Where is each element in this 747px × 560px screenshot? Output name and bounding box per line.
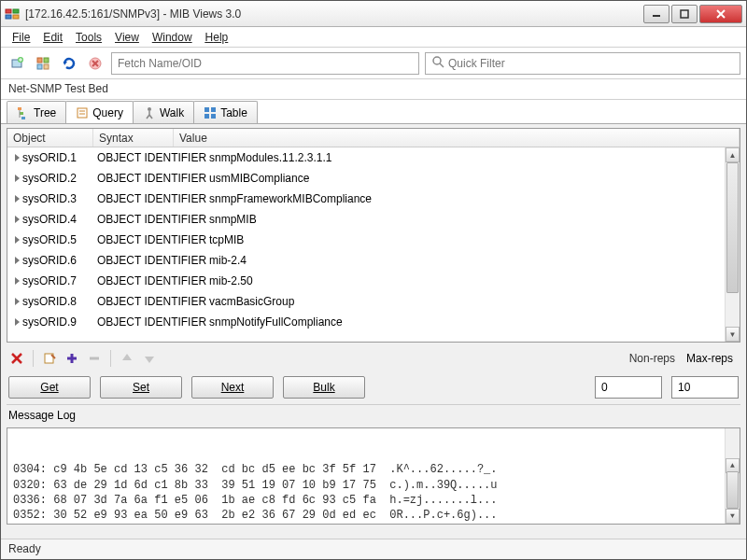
- separator: [33, 350, 34, 367]
- table-header: Object Syntax Value: [7, 129, 740, 147]
- content-area: Object Syntax Value sysORID.1OBJECT IDEN…: [1, 124, 746, 539]
- svg-line-21: [440, 63, 444, 67]
- svg-rect-33: [204, 107, 209, 112]
- tree-icon: [17, 106, 30, 119]
- col-syntax[interactable]: Syntax: [93, 129, 174, 147]
- table-icon: [204, 106, 217, 119]
- menu-file[interactable]: File: [7, 29, 35, 46]
- tab-table[interactable]: Table: [193, 101, 258, 123]
- action-row: Non-reps Max-reps: [7, 346, 740, 371]
- col-object[interactable]: Object: [7, 129, 93, 147]
- delete-row-icon[interactable]: [8, 350, 25, 367]
- scroll-down-icon[interactable]: ▼: [726, 509, 740, 524]
- expand-icon[interactable]: [15, 257, 20, 264]
- svg-rect-2: [6, 15, 11, 19]
- filter-input[interactable]: [448, 57, 734, 70]
- get-button[interactable]: Get: [8, 376, 91, 399]
- next-button[interactable]: Next: [191, 376, 274, 399]
- maxreps-label: Max-reps: [686, 352, 739, 365]
- table-row[interactable]: sysORID.5OBJECT IDENTIFIERtcpMIB: [7, 230, 740, 250]
- title-bar: [172.16.42.5:161/SNMPv3] - MIB Views 3.0: [1, 1, 746, 27]
- add-agent-icon[interactable]: [7, 53, 27, 74]
- menu-edit[interactable]: Edit: [37, 29, 68, 46]
- svg-rect-1: [13, 9, 19, 13]
- window-title: [172.16.42.5:161/SNMPv3] - MIB Views 3.0: [25, 7, 641, 21]
- fetch-input[interactable]: [118, 57, 413, 70]
- maximize-button[interactable]: [671, 5, 698, 23]
- table-row[interactable]: sysORID.4OBJECT IDENTIFIERsnmpMIB: [7, 209, 740, 230]
- remove-row-icon[interactable]: [86, 350, 103, 367]
- menu-window[interactable]: Window: [147, 29, 198, 46]
- filter-input-wrap: [425, 52, 740, 75]
- svg-rect-26: [78, 108, 87, 118]
- tab-tree[interactable]: Tree: [7, 101, 66, 123]
- expand-icon[interactable]: [15, 175, 20, 182]
- expand-icon[interactable]: [15, 277, 20, 285]
- svg-rect-35: [204, 114, 209, 119]
- expand-icon[interactable]: [15, 318, 20, 326]
- walk-icon: [143, 106, 156, 119]
- table-row[interactable]: sysORID.7OBJECT IDENTIFIERmib-2.50: [7, 271, 740, 291]
- svg-rect-14: [37, 64, 42, 69]
- menu-view[interactable]: View: [109, 29, 145, 46]
- message-log[interactable]: 0304: c9 4b 5e cd 13 c5 36 32 cd bc d5 e…: [7, 427, 740, 525]
- tab-walk[interactable]: Walk: [133, 101, 194, 123]
- stop-icon[interactable]: [85, 53, 106, 74]
- svg-rect-23: [20, 112, 23, 115]
- move-up-icon[interactable]: [119, 350, 135, 367]
- table-row[interactable]: sysORID.3OBJECT IDENTIFIERsnmpFrameworkM…: [7, 189, 740, 209]
- svg-line-32: [149, 115, 152, 119]
- table-row[interactable]: sysORID.2OBJECT IDENTIFIERusmMIBComplian…: [7, 168, 740, 189]
- table-scrollbar[interactable]: ▲ ▼: [725, 147, 740, 342]
- scroll-thumb[interactable]: [726, 471, 739, 509]
- log-scrollbar[interactable]: ▲ ▼: [725, 428, 740, 524]
- svg-rect-5: [681, 10, 688, 18]
- table-row[interactable]: sysORID.8OBJECT IDENTIFIERvacmBasicGroup: [7, 291, 740, 312]
- bulk-button[interactable]: Bulk: [283, 376, 365, 399]
- nonreps-input[interactable]: [595, 376, 662, 399]
- svg-rect-15: [44, 64, 49, 69]
- col-value[interactable]: Value: [174, 129, 740, 147]
- scroll-up-icon[interactable]: ▲: [726, 147, 740, 162]
- svg-point-29: [148, 107, 151, 111]
- mib-browser-icon[interactable]: [33, 53, 53, 74]
- svg-marker-44: [122, 354, 132, 360]
- button-row: Get Set Next Bulk: [7, 374, 740, 400]
- scroll-thumb[interactable]: [726, 162, 739, 293]
- nonreps-label: Non-reps: [629, 352, 681, 365]
- edit-row-icon[interactable]: [41, 350, 58, 367]
- menu-help[interactable]: Help: [200, 29, 234, 46]
- expand-icon[interactable]: [15, 154, 20, 161]
- scroll-down-icon[interactable]: ▼: [726, 327, 740, 342]
- result-table: Object Syntax Value sysORID.1OBJECT IDEN…: [7, 128, 740, 343]
- expand-icon[interactable]: [15, 195, 20, 203]
- expand-icon[interactable]: [15, 298, 20, 305]
- set-button[interactable]: Set: [100, 376, 182, 399]
- minimize-button[interactable]: [643, 5, 669, 23]
- menu-bar: File Edit Tools View Window Help: [1, 27, 746, 48]
- status-bar: Ready: [1, 539, 746, 559]
- maxreps-input[interactable]: [671, 376, 739, 399]
- expand-icon[interactable]: [15, 216, 20, 223]
- app-window: [172.16.42.5:161/SNMPv3] - MIB Views 3.0…: [0, 0, 747, 560]
- tab-query[interactable]: Query: [65, 101, 134, 123]
- svg-rect-36: [211, 114, 216, 119]
- svg-rect-22: [18, 107, 21, 110]
- svg-marker-16: [63, 62, 67, 65]
- separator: [110, 350, 111, 367]
- close-button[interactable]: [699, 5, 742, 23]
- add-row-icon[interactable]: [63, 350, 80, 367]
- svg-point-20: [433, 57, 441, 64]
- svg-rect-13: [44, 58, 49, 63]
- menu-tools[interactable]: Tools: [70, 29, 107, 46]
- table-row[interactable]: sysORID.9OBJECT IDENTIFIERsnmpNotifyFull…: [7, 312, 740, 332]
- table-row[interactable]: sysORID.1OBJECT IDENTIFIERsnmpModules.11…: [7, 147, 740, 168]
- svg-rect-12: [37, 58, 42, 63]
- search-icon: [431, 55, 444, 71]
- table-row[interactable]: sysORID.6OBJECT IDENTIFIERmib-2.4: [7, 250, 740, 271]
- refresh-icon[interactable]: [59, 53, 79, 74]
- expand-icon[interactable]: [15, 236, 20, 244]
- move-down-icon[interactable]: [141, 350, 158, 367]
- query-icon: [76, 106, 89, 119]
- svg-rect-34: [211, 107, 216, 112]
